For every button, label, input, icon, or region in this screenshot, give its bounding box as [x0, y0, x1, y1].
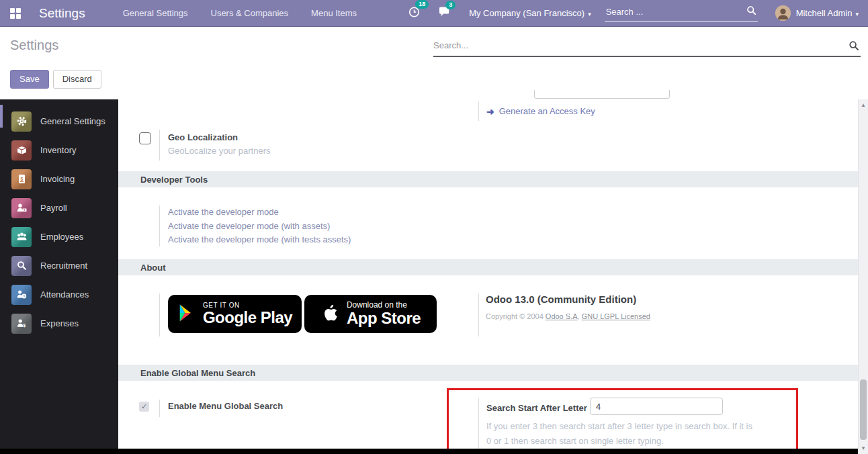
divider	[159, 400, 160, 417]
discard-button[interactable]: Discard	[53, 70, 101, 89]
enable-menu-global-search-label: Enable Menu Global Search	[168, 401, 283, 411]
scroll-down-arrow-icon[interactable]: ▼	[859, 445, 868, 451]
sidebar-app-list: General SettingsInventory$Invoicing$Payr…	[0, 99, 118, 338]
chevron-down-icon: ▾	[588, 11, 591, 17]
invoice-icon: $	[11, 169, 32, 189]
developer-mode-link-1[interactable]: Activate the developer mode (with assets…	[168, 220, 351, 234]
section-header-enable-global-menu-search: Enable Global Menu Search	[118, 365, 858, 381]
svg-text:$: $	[20, 177, 23, 182]
sidebar-item-inventory[interactable]: Inventory	[0, 136, 118, 165]
scrollbar-thumb[interactable]	[860, 379, 867, 440]
app-title[interactable]: Settings	[39, 6, 85, 21]
activities-button[interactable]: 18	[408, 5, 421, 21]
menu-users-companies[interactable]: Users & Companies	[211, 8, 289, 18]
divider	[159, 293, 160, 336]
magnifier-icon	[11, 256, 32, 276]
developer-mode-link-2[interactable]: Activate the developer mode (with tests …	[168, 233, 351, 247]
badge-store-name: App Store	[347, 310, 421, 327]
user-avatar[interactable]	[775, 5, 791, 21]
sidebar-scrollbar-thumb[interactable]	[0, 105, 3, 128]
sidebar-item-label: Employees	[40, 232, 83, 242]
sidebar-item-expenses[interactable]: $Expenses	[0, 309, 118, 338]
sidebar-item-label: Expenses	[40, 318, 79, 328]
sidebar-item-invoicing[interactable]: $Invoicing	[0, 165, 118, 193]
user-menu[interactable]: Mitchell Admin▾	[796, 8, 859, 18]
section-header-about: About	[118, 259, 858, 275]
check-icon: ✓	[141, 402, 147, 410]
divider	[478, 398, 479, 452]
menu-general-settings[interactable]: General Settings	[123, 8, 188, 18]
navbar-right: 18 3 My Company (San Francisco)▾	[408, 5, 868, 21]
attendance-icon	[11, 285, 32, 305]
section-header-developer-tools: Developer Tools	[118, 171, 858, 187]
sidebar-item-label: Recruitment	[40, 261, 87, 271]
apple-icon	[320, 302, 339, 326]
navbar-search	[605, 5, 758, 21]
copyright-text: Copyright © 2004	[486, 312, 546, 320]
geo-localization-help: GeoLocalize your partners	[168, 146, 270, 156]
geo-localization-checkbox[interactable]	[139, 132, 151, 144]
sidebar-item-recruitment[interactable]: Recruitment	[0, 251, 118, 280]
scroll-up-arrow-icon[interactable]: ▲	[859, 102, 868, 108]
field-help-line-2: 0 or 1 then search start on single lette…	[486, 436, 664, 446]
page-title: Settings	[10, 38, 58, 53]
settings-search	[433, 39, 861, 57]
badge-store-name: Google Play	[203, 309, 292, 326]
copyright-line: Copyright © 2004 Odoo S.A, GNU LGPL Lice…	[486, 312, 650, 320]
divider	[478, 293, 479, 336]
menu-menu-items[interactable]: Menu Items	[311, 8, 357, 18]
gnu-lgpl-link[interactable]: GNU LGPL Licensed	[582, 312, 650, 320]
people-icon	[11, 227, 32, 247]
search-icon[interactable]	[746, 5, 756, 18]
geo-localization-label: Geo Localization	[168, 132, 238, 142]
sidebar-item-general-settings[interactable]: General Settings	[0, 107, 118, 136]
settings-search-input[interactable]	[433, 39, 838, 52]
apps-menu-icon[interactable]	[10, 8, 21, 19]
odoo-version: Odoo 13.0 (Community Edition)	[486, 293, 636, 305]
sidebar-item-label: Inventory	[40, 145, 76, 155]
google-play-icon	[177, 304, 195, 325]
expense-icon: $	[11, 314, 32, 334]
badge-tagline: Download on the	[347, 301, 421, 310]
sidebar-item-label: General Settings	[40, 116, 105, 126]
google-play-badge[interactable]: GET IT ON Google Play	[168, 295, 302, 333]
settings-content: ➜ Generate an Access Key Geo Localizatio…	[118, 99, 858, 454]
save-button[interactable]: Save	[10, 70, 49, 89]
vertical-scrollbar[interactable]: ▲ ▼	[858, 99, 868, 454]
sidebar-item-label: Payroll	[40, 203, 67, 213]
sidebar-item-payroll[interactable]: $Payroll	[0, 193, 118, 222]
app-store-badge[interactable]: Download on the App Store	[304, 295, 437, 333]
access-key-row: ➜ Generate an Access Key	[478, 101, 595, 121]
gear-icon	[11, 111, 32, 132]
arrow-right-icon: ➜	[486, 106, 494, 117]
divider	[159, 130, 160, 161]
search-start-after-letter-input[interactable]	[590, 398, 723, 415]
app-menu: General Settings Users & Companies Menu …	[123, 8, 357, 18]
search-icon[interactable]	[849, 40, 859, 54]
sidebar-item-employees[interactable]: Employees	[0, 222, 118, 251]
sidebar-item-label: Attendances	[40, 289, 89, 300]
activities-badge: 18	[415, 0, 429, 9]
odoo-sa-link[interactable]: Odoo S.A	[546, 312, 578, 320]
generate-access-key-link[interactable]: Generate an Access Key	[499, 106, 595, 116]
top-navbar: Settings General Settings Users & Compan…	[0, 0, 868, 27]
cropped-input-field[interactable]	[534, 90, 670, 99]
bottom-black-bar	[0, 449, 858, 454]
developer-mode-links: Activate the developer modeActivate the …	[168, 206, 351, 247]
messages-button[interactable]: 3	[438, 6, 451, 21]
control-panel: Settings Save Discard	[0, 27, 868, 99]
search-start-after-letter-label: Search Start After Letter	[486, 403, 587, 413]
highlighted-field-group: Search Start After Letter If you enter 3…	[447, 388, 798, 454]
sidebar-item-label: Invoicing	[40, 174, 75, 184]
company-switcher[interactable]: My Company (San Francisco)▾	[469, 8, 591, 18]
messages-badge: 3	[445, 1, 455, 9]
field-help-line-1: If you enter 3 then search start after 3…	[486, 421, 752, 431]
odoo-settings-screen: Settings General Settings Users & Compan…	[0, 0, 868, 454]
sidebar-item-attendances[interactable]: Attendances	[0, 280, 118, 309]
navbar-search-input[interactable]	[605, 6, 735, 17]
svg-text:$: $	[23, 323, 26, 328]
enable-menu-global-search-checkbox[interactable]: ✓	[139, 402, 149, 412]
developer-mode-link-0[interactable]: Activate the developer mode	[168, 206, 351, 220]
chevron-down-icon: ▾	[855, 11, 859, 17]
payroll-icon: $	[11, 198, 32, 218]
